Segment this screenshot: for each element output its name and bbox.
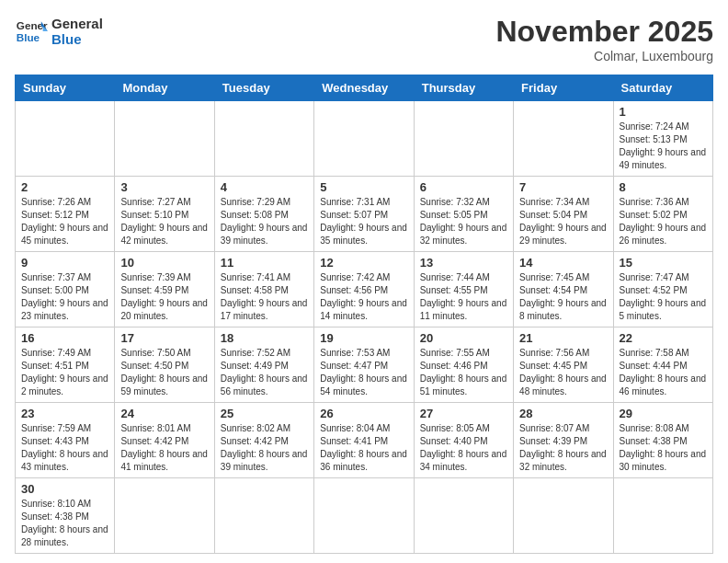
day-info: Sunrise: 7:53 AM Sunset: 4:47 PM Dayligh… [320, 347, 407, 398]
day-number: 19 [320, 331, 407, 345]
day-number: 24 [120, 407, 208, 420]
header: General Blue General Blue November 2025 … [15, 15, 713, 63]
day-number: 5 [320, 180, 407, 194]
day-info: Sunrise: 7:50 AM Sunset: 4:50 PM Dayligh… [120, 347, 208, 398]
title-area: November 2025 Colmar, Luxembourg [495, 15, 713, 63]
day-info: Sunrise: 8:04 AM Sunset: 4:41 PM Dayligh… [320, 422, 407, 474]
weekday-header-tuesday: Tuesday [214, 75, 313, 101]
day-cell: 2Sunrise: 7:26 AM Sunset: 5:12 PM Daylig… [16, 177, 115, 252]
day-number: 21 [519, 331, 607, 345]
weekday-header-friday: Friday [514, 75, 613, 101]
day-cell [514, 478, 613, 554]
svg-text:Blue: Blue [17, 31, 40, 43]
day-number: 7 [519, 180, 607, 194]
day-cell: 4Sunrise: 7:29 AM Sunset: 5:08 PM Daylig… [214, 177, 313, 252]
day-info: Sunrise: 7:27 AM Sunset: 5:10 PM Dayligh… [120, 196, 208, 247]
location: Colmar, Luxembourg [495, 49, 713, 63]
day-info: Sunrise: 8:01 AM Sunset: 4:42 PM Dayligh… [120, 422, 208, 474]
day-number: 3 [120, 180, 208, 194]
day-info: Sunrise: 7:49 AM Sunset: 4:51 PM Dayligh… [21, 347, 108, 398]
day-number: 11 [221, 256, 308, 270]
day-cell: 8Sunrise: 7:36 AM Sunset: 5:02 PM Daylig… [613, 177, 712, 252]
day-info: Sunrise: 8:08 AM Sunset: 4:38 PM Dayligh… [620, 422, 707, 474]
day-number: 29 [620, 407, 707, 420]
day-cell: 22Sunrise: 7:58 AM Sunset: 4:44 PM Dayli… [613, 327, 712, 403]
day-cell: 29Sunrise: 8:08 AM Sunset: 4:38 PM Dayli… [613, 403, 712, 478]
day-cell: 17Sunrise: 7:50 AM Sunset: 4:50 PM Dayli… [115, 327, 214, 403]
weekday-header-row: SundayMondayTuesdayWednesdayThursdayFrid… [16, 75, 713, 101]
week-row-2: 2Sunrise: 7:26 AM Sunset: 5:12 PM Daylig… [16, 177, 713, 252]
day-cell: 21Sunrise: 7:56 AM Sunset: 4:45 PM Dayli… [514, 327, 613, 403]
day-info: Sunrise: 7:52 AM Sunset: 4:49 PM Dayligh… [221, 347, 308, 398]
day-cell [16, 101, 115, 177]
day-info: Sunrise: 7:29 AM Sunset: 5:08 PM Dayligh… [221, 196, 308, 247]
day-cell [115, 478, 214, 554]
weekday-header-wednesday: Wednesday [314, 75, 414, 101]
day-info: Sunrise: 7:31 AM Sunset: 5:07 PM Dayligh… [320, 196, 407, 247]
day-number: 25 [221, 407, 308, 420]
day-info: Sunrise: 7:59 AM Sunset: 4:43 PM Dayligh… [21, 422, 108, 474]
day-info: Sunrise: 8:05 AM Sunset: 4:40 PM Dayligh… [420, 422, 507, 474]
day-cell: 28Sunrise: 8:07 AM Sunset: 4:39 PM Dayli… [514, 403, 613, 478]
day-cell: 3Sunrise: 7:27 AM Sunset: 5:10 PM Daylig… [115, 177, 214, 252]
day-cell: 5Sunrise: 7:31 AM Sunset: 5:07 PM Daylig… [314, 177, 414, 252]
day-number: 6 [420, 180, 507, 194]
day-number: 23 [21, 407, 108, 420]
day-cell: 9Sunrise: 7:37 AM Sunset: 5:00 PM Daylig… [16, 252, 115, 327]
day-info: Sunrise: 7:39 AM Sunset: 4:59 PM Dayligh… [120, 271, 208, 323]
logo: General Blue General Blue [15, 15, 103, 48]
week-row-3: 9Sunrise: 7:37 AM Sunset: 5:00 PM Daylig… [16, 252, 713, 327]
day-info: Sunrise: 8:02 AM Sunset: 4:42 PM Dayligh… [221, 422, 308, 474]
week-row-1: 1Sunrise: 7:24 AM Sunset: 5:13 PM Daylig… [16, 101, 713, 177]
day-info: Sunrise: 8:10 AM Sunset: 4:38 PM Dayligh… [21, 498, 108, 549]
day-cell: 24Sunrise: 8:01 AM Sunset: 4:42 PM Dayli… [115, 403, 214, 478]
day-number: 14 [519, 256, 607, 270]
day-info: Sunrise: 7:44 AM Sunset: 4:55 PM Dayligh… [420, 271, 507, 323]
day-cell [414, 101, 513, 177]
day-cell: 23Sunrise: 7:59 AM Sunset: 4:43 PM Dayli… [16, 403, 115, 478]
day-number: 1 [620, 105, 707, 119]
day-cell: 16Sunrise: 7:49 AM Sunset: 4:51 PM Dayli… [16, 327, 115, 403]
logo-general-text: General [51, 16, 103, 31]
month-title: November 2025 [495, 15, 713, 49]
day-cell [214, 478, 313, 554]
day-info: Sunrise: 7:45 AM Sunset: 4:54 PM Dayligh… [519, 271, 607, 323]
day-cell: 10Sunrise: 7:39 AM Sunset: 4:59 PM Dayli… [115, 252, 214, 327]
day-number: 30 [21, 482, 108, 496]
day-number: 16 [21, 331, 108, 345]
day-number: 20 [420, 331, 507, 345]
day-cell: 7Sunrise: 7:34 AM Sunset: 5:04 PM Daylig… [514, 177, 613, 252]
day-cell [514, 101, 613, 177]
day-number: 18 [221, 331, 308, 345]
weekday-header-thursday: Thursday [414, 75, 513, 101]
day-cell: 11Sunrise: 7:41 AM Sunset: 4:58 PM Dayli… [214, 252, 313, 327]
logo-blue-text: Blue [51, 31, 103, 47]
day-info: Sunrise: 7:42 AM Sunset: 4:56 PM Dayligh… [320, 271, 407, 323]
day-cell: 30Sunrise: 8:10 AM Sunset: 4:38 PM Dayli… [16, 478, 115, 554]
day-info: Sunrise: 7:47 AM Sunset: 4:52 PM Dayligh… [620, 271, 707, 323]
day-info: Sunrise: 7:55 AM Sunset: 4:46 PM Dayligh… [420, 347, 507, 398]
weekday-header-sunday: Sunday [16, 75, 115, 101]
day-info: Sunrise: 7:56 AM Sunset: 4:45 PM Dayligh… [519, 347, 607, 398]
day-info: Sunrise: 8:07 AM Sunset: 4:39 PM Dayligh… [519, 422, 607, 474]
day-number: 15 [620, 256, 707, 270]
day-cell: 15Sunrise: 7:47 AM Sunset: 4:52 PM Dayli… [613, 252, 712, 327]
day-number: 26 [320, 407, 407, 420]
week-row-6: 30Sunrise: 8:10 AM Sunset: 4:38 PM Dayli… [16, 478, 713, 554]
day-number: 8 [620, 180, 707, 194]
logo-icon: General Blue [15, 15, 48, 48]
day-info: Sunrise: 7:58 AM Sunset: 4:44 PM Dayligh… [620, 347, 707, 398]
day-cell [414, 478, 513, 554]
day-cell: 25Sunrise: 8:02 AM Sunset: 4:42 PM Dayli… [214, 403, 313, 478]
day-cell: 27Sunrise: 8:05 AM Sunset: 4:40 PM Dayli… [414, 403, 513, 478]
day-info: Sunrise: 7:34 AM Sunset: 5:04 PM Dayligh… [519, 196, 607, 247]
day-cell [314, 478, 414, 554]
calendar: SundayMondayTuesdayWednesdayThursdayFrid… [15, 75, 713, 554]
day-cell: 19Sunrise: 7:53 AM Sunset: 4:47 PM Dayli… [314, 327, 414, 403]
week-row-4: 16Sunrise: 7:49 AM Sunset: 4:51 PM Dayli… [16, 327, 713, 403]
week-row-5: 23Sunrise: 7:59 AM Sunset: 4:43 PM Dayli… [16, 403, 713, 478]
day-info: Sunrise: 7:32 AM Sunset: 5:05 PM Dayligh… [420, 196, 507, 247]
day-number: 12 [320, 256, 407, 270]
day-number: 22 [620, 331, 707, 345]
day-info: Sunrise: 7:41 AM Sunset: 4:58 PM Dayligh… [221, 271, 308, 323]
